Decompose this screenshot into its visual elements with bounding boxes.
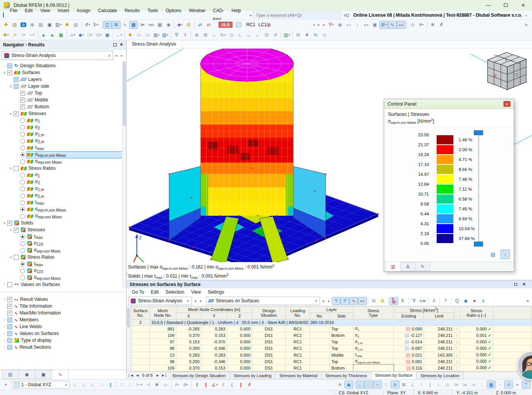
table-combo1-prev[interactable]: ◂ xyxy=(193,298,198,304)
script-console-toggle[interactable]: >SC xyxy=(147,21,155,29)
checkbox[interactable] xyxy=(14,77,19,82)
object-snap-toggle[interactable]: ◉ xyxy=(344,381,353,389)
tree-item[interactable]: τmax xyxy=(0,144,126,151)
table-row[interactable]: 970.153-0.3700.000DS1RC1Topσ1,m-0.014248… xyxy=(131,339,532,345)
magnet-snap-toggle[interactable]: ∩ xyxy=(373,381,382,389)
dots-snap-toggle[interactable]: ∴ xyxy=(478,381,487,389)
table-combo2-prev[interactable]: ◂ xyxy=(321,298,326,304)
stress-type-cell[interactable]: σeqv,m,von Mises xyxy=(353,358,394,365)
radio[interactable] xyxy=(20,186,25,191)
visibility-button[interactable]: ‖ xyxy=(181,31,190,39)
checkbox[interactable] xyxy=(7,338,12,343)
search-input[interactable] xyxy=(253,11,341,19)
navigator-tab-display[interactable]: ◉ xyxy=(19,370,35,379)
dlubal-connect-button[interactable]: D xyxy=(19,21,28,29)
table-menu-edit[interactable]: Edit xyxy=(147,289,162,295)
table-view-button[interactable]: ⊞ xyxy=(369,297,378,305)
tree-item[interactable]: σ1 xyxy=(0,117,126,124)
table-tab-stresses-by-design-situation[interactable]: Stresses by Design Situation xyxy=(168,372,230,379)
work-box-button[interactable]: ▭ xyxy=(161,381,170,389)
tree-item[interactable]: σ2 xyxy=(0,179,126,185)
tree-item[interactable]: σ1,m xyxy=(0,185,126,192)
radio[interactable] xyxy=(20,262,25,267)
checkbox[interactable]: ✓ xyxy=(20,98,25,103)
sync-from-model-button[interactable]: ↱ xyxy=(340,297,349,305)
expander-icon[interactable]: ∨ xyxy=(8,166,14,170)
result-sections-button[interactable]: ◇ xyxy=(408,21,417,29)
visual-objects-button[interactable]: ⊞ xyxy=(184,21,193,29)
navigator-close-button[interactable]: ✕ xyxy=(120,42,123,47)
workplane-3points-button[interactable]: ∴ xyxy=(97,381,106,389)
checkbox[interactable] xyxy=(7,63,12,68)
result-grid-button[interactable]: ⊞▾ xyxy=(379,21,388,29)
table-tab-stresses-by-loading[interactable]: Stresses by Loading xyxy=(230,372,276,379)
navigator-result-combo[interactable]: Stress-Strain Analysis ∨ xyxy=(2,51,113,60)
radio[interactable] xyxy=(20,207,25,212)
new-guideline-button[interactable]: /▾ xyxy=(173,381,181,389)
tree-item[interactable]: σ123 xyxy=(0,240,126,247)
scale-slider-handle-bottom[interactable] xyxy=(474,242,483,246)
view-y-button[interactable]: ∟ xyxy=(245,31,253,39)
radio[interactable] xyxy=(20,269,25,273)
view-x-button[interactable]: ∟ xyxy=(236,31,245,39)
result-min-button[interactable]: ↓ xyxy=(353,21,362,29)
result-solid-button[interactable]: ▣ xyxy=(370,21,379,29)
checkbox[interactable] xyxy=(7,282,12,287)
panel-scale-settings-button[interactable]: ↕ xyxy=(500,250,510,259)
tree-item[interactable]: σ2 xyxy=(0,124,126,131)
tree-item[interactable]: σ1 xyxy=(0,172,126,179)
decimal-places-button[interactable]: 0.00 xyxy=(418,297,427,305)
redo-button[interactable]: ↻▾ xyxy=(92,21,100,29)
new-nurbs-button[interactable]: ◇▾ xyxy=(94,31,103,39)
tree-item[interactable]: ∨Layer side xyxy=(0,83,126,90)
grid-button[interactable]: ∷ xyxy=(117,381,126,389)
mdi-minimize-button[interactable]: – xyxy=(522,12,530,19)
tree-item[interactable]: σeqv,von Mises xyxy=(0,247,126,254)
tree-item[interactable]: ›Members xyxy=(0,316,126,323)
navigator-float-button[interactable] xyxy=(113,43,117,46)
table-tab-stresses-by-location[interactable]: Stresses by Location xyxy=(416,372,463,379)
checkbox[interactable]: ✓ xyxy=(7,70,12,75)
maximize-button[interactable] xyxy=(497,0,515,11)
checkbox[interactable]: ✓ xyxy=(20,91,25,96)
tree-item[interactable]: τmax xyxy=(0,233,126,240)
guide-arc-button[interactable]: ( xyxy=(228,381,236,389)
tree-item[interactable]: Layers xyxy=(0,76,126,83)
table-menu-go-to[interactable]: Go To xyxy=(128,289,147,295)
new-member-button[interactable]: /▾ xyxy=(19,31,28,39)
tree-item[interactable]: ∨Stress Ratios xyxy=(0,165,126,172)
diagram-toggle[interactable]: ∿ xyxy=(120,21,129,29)
search-collapse-icon[interactable]: ▸ xyxy=(250,13,252,17)
center-snap-toggle[interactable]: ◎ xyxy=(443,381,452,389)
table-edit-button[interactable]: ⊞ xyxy=(378,297,387,305)
minimize-button[interactable]: — xyxy=(480,0,497,11)
tree-item[interactable]: ∨Stress Ratios xyxy=(0,254,126,261)
console-toggle[interactable]: ≫ xyxy=(138,21,147,29)
guide-delete-button[interactable]: ✗ xyxy=(245,381,254,389)
selection-box-toggle[interactable]: ▫ xyxy=(496,381,504,389)
radio[interactable] xyxy=(20,241,25,246)
expander-icon[interactable]: ∨ xyxy=(2,71,7,74)
workplane-xy-button[interactable]: ∟ xyxy=(71,381,80,389)
print-button[interactable]: ▥▾ xyxy=(54,21,63,29)
table-menu-settings[interactable]: Settings xyxy=(204,289,228,295)
table-row[interactable]: 980.200-0.3460.000DS1RC1Topσ2,m-0.087248… xyxy=(131,345,532,352)
layers-toggle[interactable]: ≡ xyxy=(504,381,513,389)
tree-item[interactable]: ∨✓Surfaces xyxy=(0,69,126,76)
radio[interactable] xyxy=(20,139,25,144)
crosshair-button[interactable]: ✚ xyxy=(302,31,311,39)
tree-item[interactable]: ›Values on Surfaces xyxy=(0,330,126,337)
cross-snap-toggle[interactable]: ⊠ xyxy=(399,381,408,389)
checkbox[interactable]: ✓ xyxy=(14,228,19,232)
result-values-button[interactable]: x.x xyxy=(397,21,405,29)
tree-item[interactable]: ✓Max/Min Information xyxy=(0,310,126,316)
view-z-button[interactable]: ∟ xyxy=(253,31,262,39)
table-restore-button[interactable] xyxy=(511,281,520,288)
checkbox[interactable]: ✓ xyxy=(7,221,12,226)
tree-item[interactable]: ›✓Result Values xyxy=(0,296,126,303)
workplane-yz-button[interactable]: ∟ xyxy=(89,381,97,389)
tree-item[interactable]: σeqv,von Mises xyxy=(0,158,126,165)
nearest-snap-toggle[interactable]: ≫ xyxy=(469,381,478,389)
expander-icon[interactable]: › xyxy=(2,283,7,286)
excel-export-button[interactable]: X xyxy=(398,297,407,305)
